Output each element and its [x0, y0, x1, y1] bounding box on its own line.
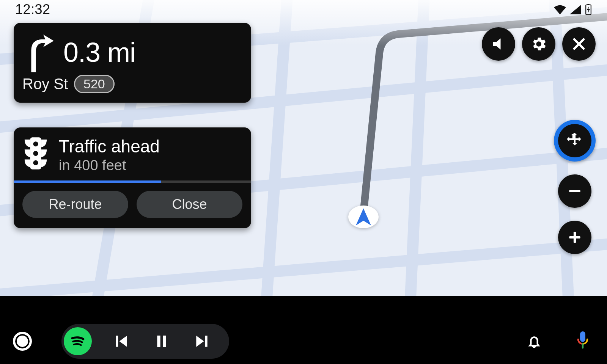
alert-subtitle: in 400 feet	[59, 157, 160, 174]
close-icon	[571, 36, 587, 52]
traffic-light-icon	[22, 136, 49, 172]
cell-signal-icon	[570, 5, 581, 14]
turn-right-icon	[22, 31, 56, 73]
spotify-icon	[68, 332, 87, 351]
next-track-button[interactable]	[191, 333, 212, 350]
pan-icon	[565, 131, 584, 150]
route-badge: 520	[74, 75, 115, 93]
map-zoom-controls	[554, 120, 596, 254]
gear-icon	[530, 35, 547, 53]
settings-button[interactable]	[522, 27, 555, 61]
svg-point-8	[33, 151, 38, 156]
alert-title: Traffic ahead	[59, 136, 160, 157]
alert-progress-fill	[14, 180, 161, 183]
status-bar: 12:32	[0, 0, 607, 19]
zoom-in-button[interactable]	[558, 221, 591, 254]
current-location-marker	[348, 206, 379, 228]
turn-card: 0.3 mi Roy St 520	[14, 23, 251, 103]
status-icons	[554, 4, 592, 15]
close-nav-button[interactable]	[562, 27, 596, 61]
svg-point-9	[33, 160, 38, 165]
mute-button[interactable]	[482, 27, 515, 61]
spotify-app-icon[interactable]	[64, 327, 92, 355]
turn-distance: 0.3 mi	[63, 37, 135, 68]
svg-rect-11	[157, 336, 160, 347]
pause-button[interactable]	[151, 333, 172, 350]
svg-rect-2	[587, 4, 589, 5]
svg-rect-5	[574, 232, 576, 243]
bottom-bar	[0, 318, 607, 364]
battery-charging-icon	[585, 4, 592, 15]
minus-icon	[566, 183, 583, 199]
voice-button[interactable]	[571, 331, 594, 351]
pan-button[interactable]	[554, 120, 596, 162]
clock: 12:32	[15, 2, 50, 17]
svg-rect-3	[569, 190, 580, 192]
traffic-alert-card: Traffic ahead in 400 feet Re-route Close	[14, 127, 251, 228]
prev-track-button[interactable]	[111, 333, 132, 350]
bell-icon	[525, 333, 543, 350]
media-controls	[61, 324, 229, 359]
alert-progress	[14, 180, 251, 183]
svg-point-7	[33, 141, 38, 146]
map-action-row	[482, 27, 596, 61]
prev-track-icon	[113, 333, 130, 350]
notifications-button[interactable]	[523, 333, 546, 350]
zoom-out-button[interactable]	[558, 174, 591, 208]
home-button[interactable]	[13, 332, 32, 351]
mic-icon	[575, 331, 591, 351]
turn-street: Roy St	[22, 75, 68, 93]
close-alert-button[interactable]: Close	[137, 191, 242, 218]
svg-rect-10	[116, 336, 118, 347]
reroute-button[interactable]: Re-route	[22, 191, 128, 218]
pause-icon	[154, 333, 169, 350]
next-track-icon	[193, 333, 210, 350]
mute-icon	[490, 36, 507, 52]
svg-rect-12	[163, 336, 166, 347]
plus-icon	[566, 229, 583, 246]
wifi-icon	[554, 5, 566, 14]
svg-rect-13	[205, 336, 208, 347]
